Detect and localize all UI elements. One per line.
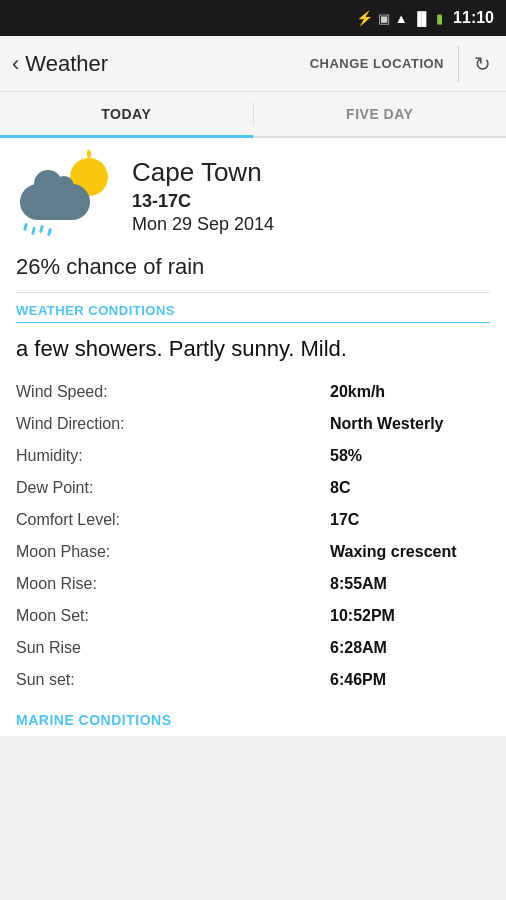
detail-value-8: 6:28AM <box>330 639 490 657</box>
signal-icon: ▐▌ <box>413 11 431 26</box>
detail-row: Wind Direction: North Westerly <box>0 408 506 440</box>
page-title: Weather <box>25 51 309 77</box>
detail-label-5: Moon Phase: <box>16 543 330 561</box>
rain-drop-3 <box>39 225 44 234</box>
detail-value-4: 17C <box>330 511 490 529</box>
detail-row: Sun set: 6:46PM <box>0 664 506 696</box>
tab-today[interactable]: TODAY <box>0 92 253 136</box>
rain-drop-4 <box>47 228 52 237</box>
tab-fiveday[interactable]: FIVE DAY <box>254 92 507 136</box>
detail-label-3: Dew Point: <box>16 479 330 497</box>
conditions-description: a few showers. Partly sunny. Mild. <box>0 331 506 376</box>
city-name: Cape Town <box>132 157 490 188</box>
back-button[interactable]: ‹ <box>12 51 19 77</box>
detail-value-9: 6:46PM <box>330 671 490 689</box>
sim-icon: ▣ <box>378 11 390 26</box>
rain-drop-1 <box>23 223 28 232</box>
detail-value-2: 58% <box>330 447 490 465</box>
conditions-heading: WEATHER CONDITIONS <box>0 293 506 322</box>
conditions-divider <box>16 322 490 323</box>
refresh-icon: ↻ <box>474 52 491 76</box>
detail-label-1: Wind Direction: <box>16 415 330 433</box>
rain-drops-icon <box>24 223 51 236</box>
detail-row: Dew Point: 8C <box>0 472 506 504</box>
main-content: Cape Town 13-17C Mon 29 Sep 2014 26% cha… <box>0 138 506 736</box>
battery-icon: ▮ <box>436 11 443 26</box>
detail-row: Moon Phase: Waxing crescent <box>0 536 506 568</box>
detail-label-4: Comfort Level: <box>16 511 330 529</box>
detail-row: Humidity: 58% <box>0 440 506 472</box>
detail-value-3: 8C <box>330 479 490 497</box>
tab-bar: TODAY FIVE DAY <box>0 92 506 138</box>
detail-label-2: Humidity: <box>16 447 330 465</box>
detail-value-1: North Westerly <box>330 415 490 433</box>
usb-icon: ⚡ <box>356 10 373 26</box>
marine-conditions-link[interactable]: MARINE CONDITIONS <box>0 696 506 736</box>
weather-info: Cape Town 13-17C Mon 29 Sep 2014 <box>132 157 490 234</box>
detail-row: Sun Rise 6:28AM <box>0 632 506 664</box>
detail-label-9: Sun set: <box>16 671 330 689</box>
status-time: 11:10 <box>453 9 494 27</box>
weather-summary: Cape Town 13-17C Mon 29 Sep 2014 <box>0 138 506 248</box>
cloud-icon <box>20 184 90 220</box>
detail-value-5: Waxing crescent <box>330 543 490 561</box>
detail-value-6: 8:55AM <box>330 575 490 593</box>
rain-chance: 26% chance of rain <box>0 248 506 292</box>
refresh-button[interactable]: ↻ <box>458 46 494 82</box>
detail-label-7: Moon Set: <box>16 607 330 625</box>
status-bar: ⚡ ▣ ▲ ▐▌ ▮ 11:10 <box>0 0 506 36</box>
detail-row: Moon Set: 10:52PM <box>0 600 506 632</box>
wifi-icon: ▲ <box>395 11 408 26</box>
header: ‹ Weather CHANGE LOCATION ↻ <box>0 36 506 92</box>
weather-icon <box>16 156 116 236</box>
status-icons: ⚡ ▣ ▲ ▐▌ ▮ <box>356 10 443 26</box>
detail-label-0: Wind Speed: <box>16 383 330 401</box>
detail-value-0: 20km/h <box>330 383 490 401</box>
temp-range: 13-17C <box>132 191 490 212</box>
change-location-button[interactable]: CHANGE LOCATION <box>310 56 444 71</box>
detail-label-6: Moon Rise: <box>16 575 330 593</box>
detail-label-8: Sun Rise <box>16 639 330 657</box>
weather-date: Mon 29 Sep 2014 <box>132 214 490 235</box>
detail-row: Moon Rise: 8:55AM <box>0 568 506 600</box>
rain-drop-2 <box>31 227 36 236</box>
detail-row: Comfort Level: 17C <box>0 504 506 536</box>
detail-row: Wind Speed: 20km/h <box>0 376 506 408</box>
detail-value-7: 10:52PM <box>330 607 490 625</box>
